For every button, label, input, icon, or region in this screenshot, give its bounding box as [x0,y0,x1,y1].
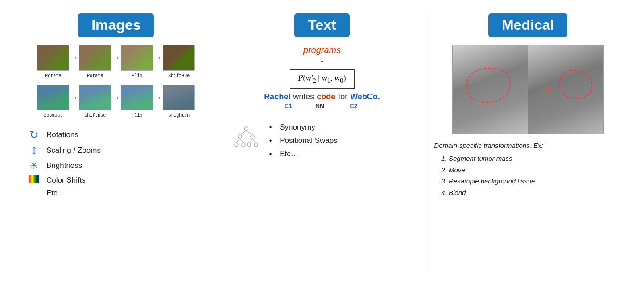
bullet-brightness: ✳ Brightness [27,160,210,171]
car-labels: ZoomOut ShiftHue Flip Brighten [37,113,195,118]
svg-point-3 [235,143,238,147]
medical-header: Medical [488,13,567,37]
bullet-colorshifts-text: Color Shifts [46,176,86,185]
arrow-1: → [70,53,78,63]
text-column: Text programs ↑ P(w'2 | w1, w0) Rachel w… [219,9,425,276]
arrow-3: → [154,53,162,63]
bullet-colorshifts: Color Shifts [27,175,210,185]
etc-text-row: • Etc… [269,150,338,159]
svg-line-12 [252,138,256,143]
horse-label-3: Flip [121,73,153,78]
bullet-etc-images: Etc… [27,189,210,198]
entity-label-row: E1 NN E2 [277,102,367,110]
nlp-section: programs ↑ P(w'2 | w1, w0) Rachel writes… [228,45,416,159]
webco-word: WebCo. [350,92,380,102]
images-column: Images → → → Rotate Rotate Flip ShiftHue… [13,9,219,276]
prob-formula-box: P(w'2 | w1, w0) [290,69,355,89]
label-e2: E2 [340,102,367,110]
bullet-rotations: ↻ Rotations [27,129,210,141]
bullet-scaling-text: Scaling / Zooms [46,146,101,155]
positional-swaps-text: Positional Swaps [280,136,337,145]
car-arrow-2: → [112,93,120,102]
svg-line-9 [236,138,240,143]
tree-icon [233,125,264,156]
images-bullet-list: ↻ Rotations ⤡ Scaling / Zooms ✳ Brightne… [22,129,210,198]
nlp-diagram: programs ↑ P(w'2 | w1, w0) Rachel writes… [228,45,416,110]
svg-line-7 [240,130,246,135]
horse-img-1 [37,45,69,71]
horse-labels: Rotate Rotate Flip ShiftHue [37,73,195,78]
car-label-3: Flip [121,113,153,118]
synonymy-text: Synonymy [280,123,315,132]
horse-sequence: → → → [37,45,195,71]
main-container: Images → → → Rotate Rotate Flip ShiftHue… [0,0,644,285]
domain-title: Domain-specific transformations. Ex: [434,142,543,149]
medical-steps-list: 1. Segment tumor mass 2. Move 3. Resampl… [434,153,622,198]
sentence-line: Rachel writes code for WebCo. [264,92,380,102]
code-word: code [317,92,335,102]
medical-step-3: 3. Resample background tissue [441,175,622,187]
car-sequence: → → → [37,85,195,110]
brightness-icon: ✳ [27,160,41,171]
svg-point-4 [242,143,245,147]
horse-img-2 [79,45,111,71]
car-label-4: Brighten [163,113,195,118]
bullet-etc-images-text: Etc… [46,189,65,198]
bullet-synonymy: • Synonymy • Positional Swaps • Etc… [233,123,416,159]
scaling-icon: ⤡ [25,141,43,159]
for-word: for [338,92,347,102]
svg-line-8 [246,130,252,135]
colorshift-icon [27,175,41,185]
medical-step-4: 4. Blend [441,187,622,199]
text-bullet-list: • Synonymy • Positional Swaps • Etc… [228,123,416,159]
svg-line-10 [240,138,244,143]
label-e1: E1 [277,102,299,110]
car-img-4 [163,85,195,110]
horse-img-3 [121,45,153,71]
bullet-brightness-text: Brightness [46,161,82,170]
car-img-2 [79,85,111,110]
programs-label: programs [303,45,341,55]
svg-line-11 [249,138,252,143]
medical-description: Domain-specific transformations. Ex: 1. … [434,140,622,198]
medical-image [452,45,604,134]
horse-img-4 [163,45,195,71]
car-img-3 [121,85,153,110]
car-img-1 [37,85,69,110]
text-header: Text [294,13,349,37]
bullet-rotations-text: Rotations [46,130,78,139]
connection-arrow [511,90,551,90]
positional-swaps-row: • Positional Swaps [269,136,338,145]
synonymy-row: • Synonymy [269,123,338,132]
horse-label-2: Rotate [79,73,111,78]
arrow-2: → [112,53,120,63]
car-arrow-1: → [70,93,78,102]
bullet-scaling: ⤡ Scaling / Zooms [27,145,210,156]
svg-point-1 [238,135,242,138]
horse-label-4: ShiftHue [163,73,195,78]
car-label-2: ShiftHue [79,113,111,118]
svg-point-5 [247,143,251,147]
writes-word: writes [293,92,314,102]
label-nn: NN [302,102,338,110]
medical-step-1: 1. Segment tumor mass [441,153,622,164]
svg-point-2 [251,135,254,138]
svg-point-0 [244,127,248,130]
car-label-1: ZoomOut [37,113,69,118]
rotation-icon: ↻ [27,129,41,141]
svg-point-6 [254,143,258,147]
horse-label-1: Rotate [37,73,69,78]
rachel-word: Rachel [264,92,290,102]
medical-step-2: 2. Move [441,164,622,176]
images-header: Images [78,13,154,37]
car-arrow-3: → [154,93,162,102]
medical-column: Medical Domain-specific transformations.… [425,9,631,276]
arrow-up-icon: ↑ [320,57,325,69]
etc-text-text: Etc… [280,150,298,159]
